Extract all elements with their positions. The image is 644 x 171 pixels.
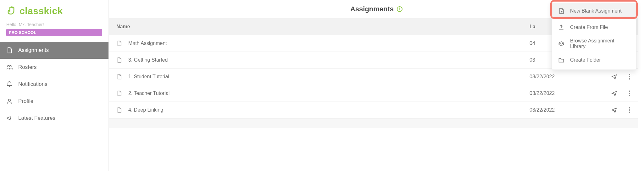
nav-label: Profile xyxy=(18,98,33,104)
app-root: classkick Hello, Mx. Teacher! PRO SCHOOL… xyxy=(0,0,644,171)
user-greeting: Hello, Mx. Teacher! xyxy=(0,22,108,27)
kebab-icon[interactable] xyxy=(629,74,630,80)
assignment-name: Math Assignment xyxy=(128,41,167,46)
sidebar-item-assignments[interactable]: Assignments xyxy=(0,42,108,59)
cell-date: 03/22/2022 xyxy=(530,107,592,113)
document-icon xyxy=(116,91,122,96)
info-icon[interactable]: i xyxy=(397,6,402,12)
document-plus-icon xyxy=(558,8,564,14)
upload-icon xyxy=(558,24,564,30)
document-icon xyxy=(116,57,122,63)
sidebar-nav: AssignmentsRostersNotificationsProfileLa… xyxy=(0,42,108,127)
megaphone-icon xyxy=(6,115,13,121)
library-icon xyxy=(558,41,564,47)
plan-badge: PRO SCHOOL xyxy=(6,29,102,36)
share-icon[interactable] xyxy=(611,90,618,97)
cell-actions xyxy=(592,107,630,113)
nav-label: Latest Features xyxy=(18,115,55,121)
main-area: Assignments i Name La Math Assignment 04… xyxy=(109,0,644,171)
cell-name: 4. Deep Linking xyxy=(116,107,530,113)
table-footer-strip xyxy=(109,119,638,128)
kebab-icon[interactable] xyxy=(629,91,630,96)
table-row[interactable]: 2. Teacher Tutorial 03/22/2022 xyxy=(109,85,638,102)
kebab-icon[interactable] xyxy=(629,107,630,113)
cell-date: 03/22/2022 xyxy=(530,91,592,96)
nav-label: Assignments xyxy=(18,47,49,53)
menu-item-create-from-file[interactable]: Create From File xyxy=(552,19,636,36)
brand-name: classkick xyxy=(19,6,63,16)
menu-label: Create Folder xyxy=(570,57,601,63)
menu-label: New Blank Assignment xyxy=(570,8,622,14)
sidebar-item-profile[interactable]: Profile xyxy=(0,93,108,110)
menu-item-browse-assignment-library[interactable]: Browse Assignment Library xyxy=(552,36,636,52)
cell-name: 3. Getting Started xyxy=(116,57,530,63)
assignment-name: 4. Deep Linking xyxy=(128,107,163,113)
hand-icon xyxy=(6,6,17,16)
create-menu: New Blank AssignmentCreate From FileBrow… xyxy=(552,1,636,70)
cell-actions xyxy=(592,90,630,97)
cell-name: Math Assignment xyxy=(116,41,530,46)
cell-date: 03/22/2022 xyxy=(530,74,592,80)
menu-item-create-folder[interactable]: Create Folder xyxy=(552,52,636,68)
share-icon[interactable] xyxy=(611,73,618,80)
document-icon xyxy=(116,107,122,113)
cell-name: 2. Teacher Tutorial xyxy=(116,91,530,96)
nav-label: Rosters xyxy=(18,64,37,70)
assignment-name: 3. Getting Started xyxy=(128,57,168,63)
table-row[interactable]: 1. Student Tutorial 03/22/2022 xyxy=(109,69,638,85)
sidebar-item-notifications[interactable]: Notifications xyxy=(0,76,108,93)
col-name[interactable]: Name xyxy=(116,24,530,30)
cell-actions xyxy=(592,73,630,80)
assignment-name: 1. Student Tutorial xyxy=(128,74,169,80)
table-row[interactable]: 4. Deep Linking 03/22/2022 xyxy=(109,102,638,119)
sidebar-item-rosters[interactable]: Rosters xyxy=(0,59,108,76)
document-icon xyxy=(6,47,13,53)
nav-label: Notifications xyxy=(18,81,47,87)
person-icon xyxy=(6,98,13,104)
share-icon[interactable] xyxy=(611,107,618,113)
folder-icon xyxy=(558,57,564,63)
menu-label: Browse Assignment Library xyxy=(570,38,630,49)
brand-logo[interactable]: classkick xyxy=(0,0,108,22)
menu-item-new-blank-assignment[interactable]: New Blank Assignment xyxy=(552,3,636,19)
document-icon xyxy=(116,74,122,80)
cell-name: 1. Student Tutorial xyxy=(116,74,530,80)
menu-label: Create From File xyxy=(570,25,608,30)
sidebar: classkick Hello, Mx. Teacher! PRO SCHOOL… xyxy=(0,0,109,171)
sidebar-item-latest-features[interactable]: Latest Features xyxy=(0,110,108,127)
document-icon xyxy=(116,41,122,46)
roster-icon xyxy=(6,64,13,70)
page-title: Assignments xyxy=(350,5,394,13)
bell-icon xyxy=(6,81,13,87)
assignment-name: 2. Teacher Tutorial xyxy=(128,91,169,96)
